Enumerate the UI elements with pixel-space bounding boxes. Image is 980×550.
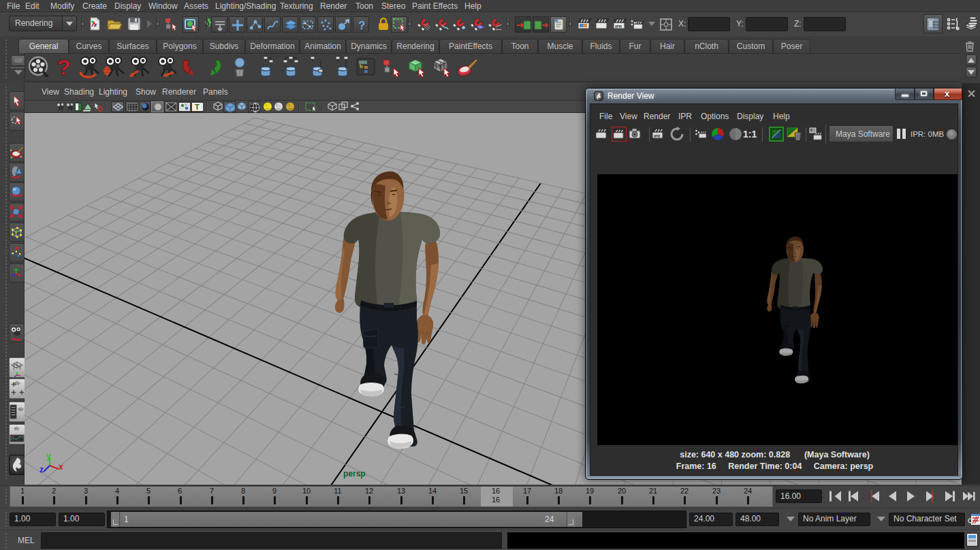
svg-text:IPR: IPR [654, 134, 660, 138]
svg-text:y: y [46, 451, 51, 461]
svg-text:x: x [59, 462, 63, 472]
svg-text:?: ? [57, 56, 71, 79]
svg-text:T: T [195, 103, 200, 111]
svg-text:z: z [39, 465, 44, 474]
svg-text:persp: persp [343, 469, 366, 479]
svg-text:IPR: IPR [615, 25, 622, 29]
svg-text:?: ? [358, 19, 365, 32]
